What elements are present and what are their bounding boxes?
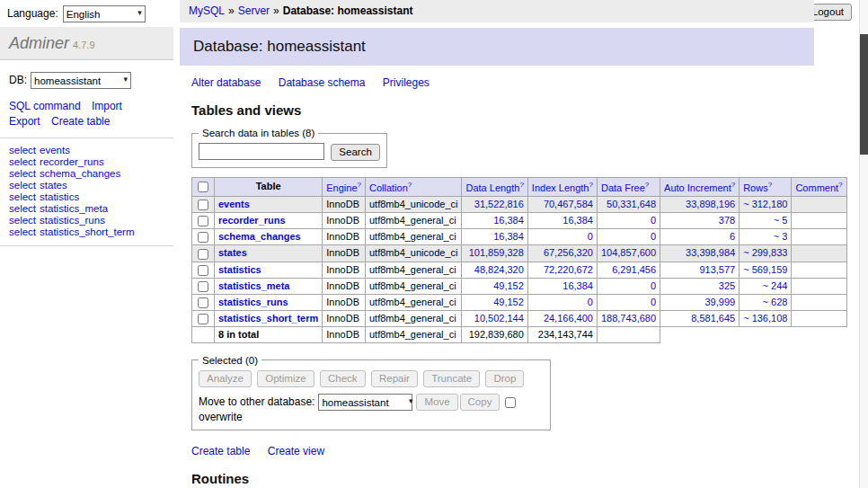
row-checkbox[interactable]: [198, 265, 208, 276]
scrollbar-thumb[interactable]: [860, 34, 868, 155]
export-link[interactable]: Export: [9, 115, 40, 128]
breadcrumb-server-link[interactable]: Server: [238, 4, 270, 17]
row-checkbox[interactable]: [198, 281, 208, 292]
auto-increment-link[interactable]: 33,398,984: [686, 247, 735, 258]
table-name-link[interactable]: statistics_short_term: [218, 313, 318, 324]
sort-data-length-link[interactable]: Data Length?: [465, 182, 523, 193]
sort-rows-link[interactable]: Rows?: [743, 182, 772, 193]
index-length-link[interactable]: 67,256,320: [544, 247, 593, 258]
sidebar-select-link[interactable]: select: [9, 215, 36, 226]
row-checkbox[interactable]: [198, 314, 208, 324]
row-checkbox[interactable]: [198, 297, 208, 308]
sidebar-select-link[interactable]: select: [9, 226, 36, 237]
data-length-link[interactable]: 10,502,144: [474, 313, 524, 324]
data-free-link[interactable]: 0: [651, 297, 656, 307]
sidebar-select-link[interactable]: select: [9, 191, 36, 202]
sidebar-select-link[interactable]: select: [9, 145, 36, 155]
language-select[interactable]: English: [63, 5, 146, 22]
privileges-link[interactable]: Privileges: [383, 76, 430, 89]
rows-link[interactable]: ~ 628: [763, 297, 788, 307]
analyze-button[interactable]: Analyze: [199, 370, 252, 387]
sidebar-table-link[interactable]: states: [40, 180, 67, 191]
overwrite-checkbox[interactable]: [505, 397, 516, 408]
sidebar-table-link[interactable]: statistics_short_term: [40, 226, 134, 237]
index-length-link[interactable]: 24,166,400: [544, 313, 593, 324]
rows-link[interactable]: ~ 3: [774, 231, 788, 242]
copy-button[interactable]: Copy: [460, 394, 500, 411]
create-table-link-main[interactable]: Create table: [191, 445, 250, 457]
auto-increment-link[interactable]: 913,577: [699, 264, 735, 275]
sidebar-table-link[interactable]: statistics_runs: [40, 215, 105, 226]
row-checkbox[interactable]: [198, 249, 208, 260]
auto-increment-link[interactable]: 6: [730, 231, 735, 242]
data-length-link[interactable]: 101,859,328: [469, 247, 524, 258]
select-all-checkbox[interactable]: [198, 182, 208, 192]
auto-increment-link[interactable]: 33,898,196: [686, 199, 735, 209]
data-length-link[interactable]: 48,824,320: [474, 264, 524, 275]
database-schema-link[interactable]: Database schema: [279, 76, 366, 89]
rows-link[interactable]: ~ 136,108: [743, 313, 787, 324]
sort-collation-link[interactable]: Collation?: [369, 182, 412, 193]
table-name-link[interactable]: statistics_runs: [218, 297, 288, 307]
table-name-link[interactable]: states: [218, 247, 247, 258]
data-length-link[interactable]: 49,152: [493, 280, 524, 291]
sidebar-select-link[interactable]: select: [9, 156, 36, 167]
table-name-link[interactable]: recorder_runs: [218, 215, 286, 226]
row-checkbox[interactable]: [198, 216, 208, 226]
search-input[interactable]: [199, 143, 324, 160]
table-name-link[interactable]: events: [218, 199, 250, 209]
sort-auto-increment-link[interactable]: Auto Increment?: [664, 182, 735, 193]
data-length-link[interactable]: 16,384: [493, 231, 524, 242]
move-database-select[interactable]: homeassistant: [318, 394, 412, 411]
sidebar-table-link[interactable]: schema_changes: [40, 168, 120, 179]
sidebar-table-link[interactable]: statistics: [40, 191, 79, 202]
data-free-link[interactable]: 0: [651, 215, 656, 226]
data-length-link[interactable]: 16,384: [493, 215, 524, 226]
data-free-link[interactable]: 0: [651, 231, 656, 242]
repair-button[interactable]: Repair: [371, 370, 418, 387]
rows-link[interactable]: ~ 5: [774, 215, 788, 226]
auto-increment-link[interactable]: 378: [719, 215, 735, 226]
index-length-link[interactable]: 70,467,584: [544, 199, 593, 209]
sidebar-select-link[interactable]: select: [9, 168, 36, 179]
rows-link[interactable]: ~ 299,833: [743, 247, 787, 258]
db-select[interactable]: homeassistant: [31, 72, 131, 89]
row-checkbox[interactable]: [198, 232, 208, 243]
index-length-link[interactable]: 0: [588, 297, 593, 307]
sort-engine-link[interactable]: Engine?: [326, 182, 361, 193]
sidebar-select-link[interactable]: select: [9, 180, 36, 191]
index-length-link[interactable]: 72,220,672: [544, 264, 593, 275]
import-link[interactable]: Import: [92, 100, 122, 112]
adminer-logo-link[interactable]: Adminer: [9, 34, 69, 52]
table-name-link[interactable]: schema_changes: [218, 231, 301, 242]
row-checkbox[interactable]: [198, 200, 208, 210]
check-button[interactable]: Check: [320, 370, 366, 387]
rows-link[interactable]: ~ 244: [763, 280, 788, 291]
data-free-link[interactable]: 188,743,680: [601, 313, 656, 324]
table-name-link[interactable]: statistics_meta: [218, 280, 290, 291]
sort-comment-link[interactable]: Comment?: [795, 182, 842, 193]
sidebar-table-link[interactable]: statistics_meta: [40, 203, 108, 214]
auto-increment-link[interactable]: 325: [719, 280, 735, 291]
sidebar-table-link[interactable]: events: [40, 145, 70, 155]
move-button[interactable]: Move: [416, 394, 457, 411]
rows-link[interactable]: ~ 312,180: [743, 199, 787, 209]
data-free-link[interactable]: 104,857,600: [601, 247, 656, 258]
create-view-link[interactable]: Create view: [268, 445, 324, 457]
search-button[interactable]: Search: [331, 144, 379, 161]
truncate-button[interactable]: Truncate: [423, 370, 480, 387]
sort-data-free-link[interactable]: Data Free?: [601, 182, 649, 193]
sort-index-length-link[interactable]: Index Length?: [532, 182, 593, 193]
auto-increment-link[interactable]: 39,999: [705, 297, 736, 307]
data-free-link[interactable]: 50,331,648: [607, 199, 656, 209]
alter-database-link[interactable]: Alter database: [191, 76, 261, 89]
index-length-link[interactable]: 16,384: [562, 280, 593, 291]
data-free-link[interactable]: 6,291,456: [612, 264, 656, 275]
auto-increment-link[interactable]: 8,581,645: [691, 313, 735, 324]
optimize-button[interactable]: Optimize: [257, 370, 314, 387]
data-length-link[interactable]: 31,522,816: [474, 199, 524, 209]
vertical-scrollbar[interactable]: [859, 0, 868, 488]
sidebar-select-link[interactable]: select: [9, 203, 36, 214]
data-length-link[interactable]: 49,152: [493, 297, 524, 307]
index-length-link[interactable]: 16,384: [562, 215, 593, 226]
